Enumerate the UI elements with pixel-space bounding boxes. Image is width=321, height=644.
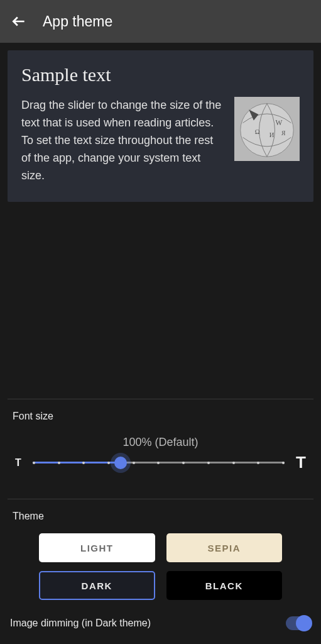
theme-option-light[interactable]: LIGHT bbox=[39, 533, 155, 562]
font-size-min-icon: T bbox=[15, 457, 21, 469]
svg-text:W: W bbox=[275, 119, 282, 126]
image-dimming-row: Image dimming (in Dark theme) bbox=[8, 616, 313, 636]
section-divider bbox=[8, 499, 313, 499]
svg-text:Я: Я bbox=[281, 130, 286, 136]
theme-label: Theme bbox=[10, 511, 311, 522]
sample-heading: Sample text bbox=[21, 64, 300, 86]
image-dimming-label: Image dimming (in Dark theme) bbox=[10, 618, 151, 629]
font-size-slider[interactable] bbox=[33, 455, 285, 470]
sample-preview-card: Sample text Drag the slider to change th… bbox=[8, 50, 313, 202]
app-header: App theme bbox=[0, 0, 321, 43]
svg-point-0 bbox=[241, 104, 293, 157]
theme-option-sepia[interactable]: SEPIA bbox=[166, 533, 283, 562]
font-size-section: Font size 100% (Default) T T bbox=[8, 411, 313, 484]
toggle-knob-icon bbox=[296, 615, 312, 631]
sample-image: W Ω И Я bbox=[234, 97, 300, 161]
page-title: App theme bbox=[43, 13, 112, 30]
sample-body-text: Drag the slider to change the size of th… bbox=[21, 97, 222, 184]
wikipedia-globe-icon: W Ω И Я bbox=[237, 99, 297, 159]
font-size-max-icon: T bbox=[296, 453, 306, 472]
back-button[interactable] bbox=[10, 13, 28, 30]
slider-thumb[interactable] bbox=[114, 457, 127, 469]
theme-option-dark[interactable]: DARK bbox=[39, 571, 155, 600]
svg-text:И: И bbox=[269, 131, 275, 138]
arrow-left-icon bbox=[11, 13, 27, 30]
font-size-caption: 100% (Default) bbox=[10, 436, 311, 449]
theme-option-black[interactable]: BLACK bbox=[166, 571, 283, 600]
font-size-label: Font size bbox=[10, 411, 311, 422]
theme-section: Theme LIGHT SEPIA DARK BLACK bbox=[8, 511, 313, 616]
content-area: Sample text Drag the slider to change th… bbox=[0, 43, 321, 644]
image-dimming-toggle[interactable] bbox=[286, 616, 311, 630]
section-divider bbox=[8, 399, 313, 399]
svg-text:Ω: Ω bbox=[255, 128, 260, 135]
